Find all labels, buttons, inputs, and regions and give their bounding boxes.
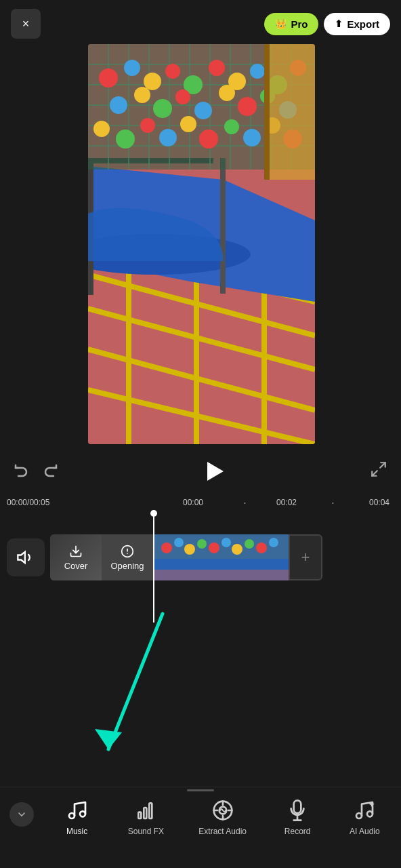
svg-point-84 [80, 811, 85, 816]
fullscreen-button[interactable] [370, 460, 387, 482]
svg-point-78 [269, 538, 278, 547]
ai-audio-icon [352, 798, 377, 823]
svg-point-35 [209, 60, 225, 76]
export-icon: ⬆ [335, 18, 343, 29]
add-clip-icon: + [301, 549, 310, 566]
svg-point-56 [243, 129, 261, 146]
dot-2: • [332, 500, 334, 506]
preview-svg [88, 44, 315, 444]
opening-icon [121, 545, 134, 558]
top-right-buttons: 👑 Pro ⬆ Export [264, 13, 390, 35]
time-marker-2: 00:02 [276, 498, 297, 507]
redo-button[interactable] [42, 461, 58, 481]
svg-point-70 [174, 538, 184, 547]
collapse-circle [9, 802, 34, 827]
svg-point-92 [356, 813, 362, 818]
cover-thumb-content: Cover [64, 545, 88, 571]
svg-line-61 [380, 462, 385, 468]
close-button[interactable]: × [11, 9, 41, 39]
bottom-toolbar: Music Sound FX [0, 787, 401, 868]
svg-point-49 [93, 121, 110, 137]
timeline-area: 00:00/00:05 00:00 • 00:02 • 00:04 [0, 492, 401, 607]
svg-marker-63 [18, 552, 24, 563]
speaker-icon [16, 548, 35, 567]
toolbar-item-sound-fx[interactable]: Sound FX [124, 795, 168, 839]
sound-fx-label: Sound FX [128, 827, 164, 836]
toolbar-item-extract-audio[interactable]: Extract Audio [194, 795, 251, 839]
svg-line-81 [108, 614, 163, 749]
svg-point-77 [256, 542, 267, 553]
undo-button[interactable] [14, 461, 30, 481]
svg-point-83 [69, 813, 75, 818]
svg-marker-82 [95, 729, 122, 749]
time-marker-0: 00:00 [183, 498, 203, 507]
opening-thumb[interactable]: Opening [102, 534, 153, 580]
svg-point-43 [175, 90, 190, 104]
svg-point-33 [165, 64, 180, 79]
svg-point-76 [245, 539, 254, 549]
svg-point-50 [116, 130, 135, 149]
top-bar: × 👑 Pro ⬆ Export [0, 0, 401, 47]
video-track: Cover Opening [50, 534, 322, 580]
svg-point-42 [153, 99, 172, 118]
arrow-container [54, 607, 190, 776]
svg-point-46 [238, 97, 257, 116]
video-preview [88, 44, 315, 444]
svg-point-51 [140, 118, 155, 133]
time-marker-4: 00:04 [369, 498, 389, 507]
playhead [153, 513, 154, 623]
timeline-tracks: Cover Opening [0, 513, 401, 601]
svg-rect-60 [264, 44, 270, 180]
record-label: Record [284, 827, 311, 836]
audio-track-icon[interactable] [7, 538, 45, 576]
time-ruler: 00:00/00:05 00:00 • 00:02 • 00:04 [0, 492, 401, 513]
svg-point-71 [184, 544, 195, 555]
cover-icon [69, 545, 83, 558]
svg-point-40 [110, 96, 127, 114]
opening-label: Opening [110, 561, 144, 571]
svg-rect-13 [220, 158, 226, 294]
svg-point-75 [232, 544, 242, 555]
svg-point-54 [199, 130, 218, 149]
svg-point-45 [219, 85, 235, 101]
arrow-svg [54, 607, 190, 776]
toolbar-item-music[interactable]: Music [57, 795, 98, 839]
play-button[interactable] [199, 456, 229, 486]
music-label: Music [66, 827, 87, 836]
music-icon [65, 798, 89, 823]
export-button[interactable]: ⬆ Export [324, 13, 390, 35]
svg-point-93 [367, 811, 373, 816]
svg-point-32 [144, 73, 161, 90]
svg-point-69 [161, 542, 172, 553]
toolbar-item-ai-audio[interactable]: AI Audio [344, 795, 385, 839]
time-current: 00:00/00:05 [7, 498, 49, 507]
svg-point-52 [159, 129, 177, 146]
svg-point-74 [221, 538, 231, 547]
video-canvas [88, 44, 315, 444]
collapse-button[interactable] [3, 795, 41, 833]
svg-rect-80 [153, 570, 289, 580]
svg-point-73 [209, 542, 219, 553]
playhead-cap [150, 510, 157, 517]
cover-thumb[interactable]: Cover [50, 534, 102, 580]
play-icon [207, 462, 224, 481]
playback-controls [0, 451, 401, 492]
svg-rect-86 [144, 808, 147, 818]
toolbar-menu: Music Sound FX [41, 795, 401, 839]
crown-icon: 👑 [275, 18, 287, 29]
sound-fx-icon [133, 798, 158, 823]
svg-point-53 [180, 116, 196, 132]
svg-rect-87 [150, 803, 152, 818]
svg-point-41 [134, 87, 150, 103]
extract-audio-icon [211, 798, 235, 823]
svg-point-72 [197, 539, 207, 549]
ai-audio-label: AI Audio [350, 827, 380, 836]
svg-rect-85 [139, 812, 142, 818]
toolbar-item-record[interactable]: Record [277, 795, 318, 839]
add-clip-button[interactable]: + [289, 534, 322, 580]
svg-point-55 [224, 119, 239, 134]
svg-rect-59 [264, 44, 315, 180]
pro-button[interactable]: 👑 Pro [264, 13, 318, 35]
scroll-pill [187, 789, 214, 791]
video-frames [153, 534, 289, 580]
